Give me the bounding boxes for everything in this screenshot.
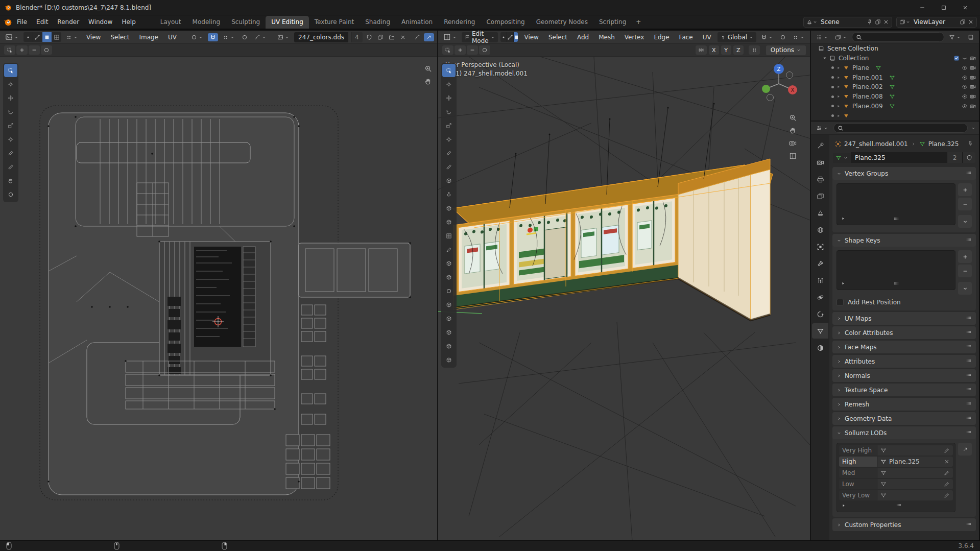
tool-knife[interactable] [442,243,456,256]
uv-snap-target-dropdown[interactable] [221,33,237,41]
lod-copy-button[interactable] [958,443,972,456]
tool-scale[interactable] [442,119,456,132]
vp-select-subtract-icon[interactable] [467,45,478,55]
custom-properties-header[interactable]: Custom Properties [832,518,976,531]
uv-edge-select-icon[interactable] [33,32,43,42]
minimize-button[interactable] [912,0,933,15]
disable-render-icon[interactable] [970,93,976,100]
menu-render[interactable]: Render [53,16,84,28]
uv-zoom-icon[interactable] [424,65,432,73]
disable-render-icon[interactable] [970,84,976,90]
uv-image-unlink-button[interactable] [398,32,407,42]
new-viewlayer-button[interactable] [959,19,967,25]
tab-sculpting[interactable]: Sculpting [226,16,266,29]
mesh-browse-dropdown[interactable] [833,153,851,163]
uv-menu-select[interactable]: Select [107,32,133,42]
tool-edge-slide[interactable] [442,298,456,312]
tool-transform[interactable] [4,133,17,146]
mirror-z-button[interactable]: Z [733,45,744,55]
shape-keys-list[interactable] [836,250,955,290]
tab-modeling[interactable]: Modeling [187,16,226,29]
outliner-row-scene-collection[interactable]: Scene Collection [811,44,979,54]
lod-row-very-low[interactable]: Very Low [839,490,953,500]
vp-menu-select[interactable]: Select [545,32,571,42]
lod-mesh-field[interactable] [877,479,953,489]
expand-icon[interactable] [836,75,841,80]
menu-window[interactable]: Window [84,16,117,28]
tool-bevel[interactable] [442,215,456,229]
new-collection-icon[interactable] [966,33,976,41]
vp-proportional-edit-toggle[interactable] [778,33,788,41]
hide-eye-icon[interactable] [962,84,968,90]
list-resize-handle[interactable] [893,215,899,223]
clear-icon[interactable] [944,459,950,465]
tab-render[interactable] [812,155,828,170]
sollumz-lods-header[interactable]: Sollumz LODs [832,426,976,439]
options-dropdown[interactable]: Options [766,45,806,55]
uv-image-browse-dropdown[interactable] [275,33,292,41]
vp-menu-edge[interactable]: Edge [650,32,673,42]
navigation-gizmo[interactable]: Z X [757,62,801,106]
uv-sync-select-button[interactable] [424,33,434,41]
vp-menu-mesh[interactable]: Mesh [595,32,618,42]
tab-material[interactable] [812,340,828,355]
vp-menu-add[interactable]: Add [573,32,592,42]
hide-eye-icon[interactable] [962,75,968,81]
mirror-icon[interactable] [696,45,707,55]
pin-id-icon[interactable] [967,140,973,147]
hide-eye-icon[interactable] [962,103,968,109]
fake-user-shield-icon[interactable] [962,152,975,163]
blender-menu-icon[interactable] [3,17,12,27]
menu-help[interactable]: Help [117,16,140,28]
add-workspace-button[interactable]: + [632,16,645,29]
tool-annotate[interactable] [442,147,456,160]
tool-cursor[interactable] [442,78,456,91]
maximize-button[interactable] [933,0,954,15]
eyedropper-icon[interactable] [944,470,950,476]
tool-measure[interactable] [442,160,456,174]
scene-selector[interactable]: Scene [803,17,892,28]
uv-proportional-edit-toggle[interactable] [240,33,250,41]
unlink-scene-button[interactable] [882,19,890,25]
outliner-row-collection[interactable]: Collection [811,54,979,63]
tool-shrink-fatten[interactable] [442,312,456,325]
tab-animation[interactable]: Animation [396,16,438,29]
mesh-name-field[interactable]: Plane.325 [851,152,947,163]
viewlayer-selector[interactable]: ViewLayer [896,17,977,28]
tool-rotate[interactable] [442,105,456,118]
vp-pan-hand-icon[interactable] [789,127,797,134]
tool-grab[interactable] [4,174,17,187]
vp-select-intersect-icon[interactable] [479,45,490,55]
collection-checkbox-icon[interactable] [953,55,960,61]
outliner-row-plane-008[interactable]: Plane.008 [811,92,979,102]
drag-handle-icon[interactable] [966,170,972,177]
outliner-filter-mode-dropdown[interactable] [833,33,849,41]
uv-select-subtract-icon[interactable] [29,45,40,55]
remove-shape-key-button[interactable] [958,265,972,277]
tool-select-box[interactable] [442,64,456,77]
hide-eye-icon[interactable] [962,65,968,71]
uv-image-new-button[interactable] [376,32,385,42]
expand-icon[interactable] [836,104,841,109]
eyedropper-icon[interactable] [944,447,950,453]
tab-constraints[interactable] [812,306,828,322]
outliner-row-plane-009[interactable]: Plane.009 [811,102,979,111]
drag-handle-icon[interactable] [966,236,972,244]
tool-shear[interactable] [442,326,456,339]
vp-camera-view-icon[interactable] [789,139,797,147]
uv-face-select-icon[interactable] [42,32,52,42]
uv-image-users-badge[interactable]: 4 [351,32,363,42]
edge-select-icon[interactable] [507,32,514,42]
vp-zoom-icon[interactable] [789,114,797,122]
tab-tool[interactable] [812,138,828,153]
properties-editor-type-button[interactable] [814,124,830,132]
tool-transform[interactable] [442,133,456,146]
expand-icon[interactable] [836,113,841,118]
uv-sticky-select-dropdown[interactable] [64,33,80,41]
uv-select-extend-icon[interactable] [16,45,28,55]
tool-relax[interactable] [4,188,17,201]
uv-maps-header[interactable]: UV Maps [832,312,976,325]
vp-canvas[interactable]: User Perspective (Local) (401) 247_shell… [438,57,810,540]
tool-cursor[interactable] [4,78,17,91]
lod-row-high[interactable]: High Plane.325 [839,457,953,467]
